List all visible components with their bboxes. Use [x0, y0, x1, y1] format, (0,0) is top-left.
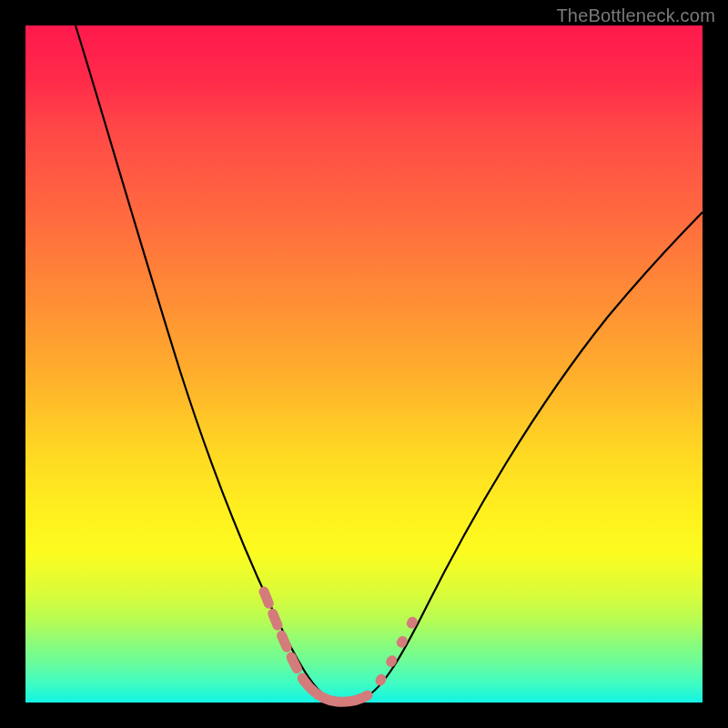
bottleneck-curve-path: [76, 25, 703, 702]
bottleneck-chart-svg: [25, 25, 703, 703]
watermark-text: TheBottleneck.com: [556, 5, 715, 26]
outer-frame: TheBottleneck.com: [0, 0, 728, 728]
highlight-left-dashed: [264, 592, 304, 681]
highlight-right-dotted: [380, 610, 419, 681]
